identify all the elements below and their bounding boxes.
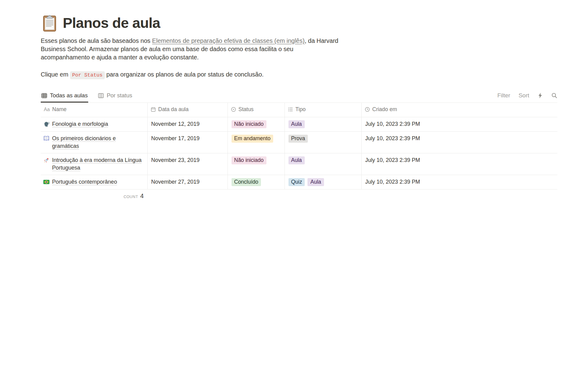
open-book-icon — [43, 135, 50, 142]
page-title[interactable]: Planos de aula — [63, 15, 160, 31]
database-toolbar: Todas as aulas Por status Filter Sort — [41, 90, 557, 103]
page-description: Esses planos de aula são baseados nos El… — [41, 37, 342, 62]
date-cell[interactable]: November 27, 2019 — [147, 175, 228, 189]
column-header-name[interactable]: Aa Name — [41, 103, 147, 117]
hint-text-before: Clique em — [41, 71, 70, 78]
tipo-cell[interactable]: Aula — [285, 117, 361, 131]
tab-label: Por status — [107, 92, 132, 99]
hint-paragraph: Clique em Por Status para organizar os p… — [41, 70, 557, 79]
board-view-icon — [98, 93, 104, 99]
clipboard-icon[interactable] — [41, 14, 58, 32]
status-badge[interactable]: Não iniciado — [232, 156, 266, 164]
column-label: Criado em — [372, 106, 397, 113]
column-header-tipo[interactable]: Tipo — [285, 103, 361, 117]
speaking-head-icon — [43, 121, 50, 127]
search-icon[interactable] — [551, 92, 557, 99]
date-cell[interactable]: November 23, 2019 — [147, 153, 228, 175]
toolbar-controls: Filter Sort — [497, 92, 557, 103]
por-status-code-chip: Por Status — [70, 71, 105, 79]
page-link[interactable]: Introdução à era moderna da Língua Portu… — [52, 156, 144, 172]
count-label: COUNT — [123, 195, 138, 199]
tab-por-status[interactable]: Por status — [97, 90, 133, 103]
status-icon — [231, 107, 236, 112]
clock-icon — [365, 107, 370, 112]
status-cell[interactable]: Não iniciado — [228, 117, 285, 131]
table-row: Português contemporâneo November 27, 201… — [41, 175, 557, 189]
column-header-data-da-aula[interactable]: Data da aula — [147, 103, 228, 117]
table-row: Introdução à era moderna da Língua Portu… — [41, 153, 557, 175]
column-label: Name — [52, 106, 67, 113]
lightning-icon[interactable] — [537, 92, 543, 99]
tipo-cell[interactable]: Aula — [285, 153, 361, 175]
tipo-cell[interactable]: QuizAula — [285, 175, 361, 189]
status-cell[interactable]: Não iniciado — [228, 153, 285, 175]
page-link[interactable]: Os primeiros dicionários e gramáticas — [52, 135, 144, 150]
text-property-icon: Aa — [44, 107, 50, 112]
status-badge[interactable]: Não iniciado — [232, 120, 266, 128]
sort-button[interactable]: Sort — [518, 92, 529, 99]
tab-todas-as-aulas[interactable]: Todas as aulas — [41, 90, 88, 103]
tipo-badge[interactable]: Aula — [288, 120, 305, 128]
count-footer[interactable]: COUNT4 — [41, 189, 147, 200]
notion-page: Planos de aula Esses planos de aula são … — [0, 0, 588, 200]
brazil-flag-icon — [43, 179, 50, 185]
tipo-badge[interactable]: Quiz — [288, 178, 305, 186]
lesson-plans-table: Aa Name Data da aula — [41, 103, 557, 189]
created-cell[interactable]: July 10, 2023 2:39 PM — [361, 175, 557, 189]
page-header: Planos de aula — [41, 14, 557, 32]
rocket-icon — [43, 157, 50, 163]
filter-button[interactable]: Filter — [497, 92, 510, 99]
name-cell[interactable]: Fonologia e morfologia — [41, 117, 147, 131]
page-link[interactable]: Fonologia e morfologia — [52, 120, 108, 128]
created-cell[interactable]: July 10, 2023 2:39 PM — [361, 131, 557, 153]
date-cell[interactable]: November 17, 2019 — [147, 131, 228, 153]
column-header-status[interactable]: Status — [228, 103, 285, 117]
tipo-cell[interactable]: Prova — [285, 131, 361, 153]
tipo-badge[interactable]: Prova — [288, 135, 308, 143]
name-cell[interactable]: Português contemporâneo — [41, 175, 147, 189]
status-cell[interactable]: Em andamento — [228, 131, 285, 153]
name-cell[interactable]: Os primeiros dicionários e gramáticas — [41, 131, 147, 153]
created-cell[interactable]: July 10, 2023 2:39 PM — [361, 153, 557, 175]
list-icon — [288, 107, 293, 112]
table-row: Fonologia e morfologia November 12, 2019… — [41, 117, 557, 131]
view-tabs: Todas as aulas Por status — [41, 90, 142, 103]
status-badge[interactable]: Em andamento — [232, 135, 273, 143]
harvard-doc-link[interactable]: Elementos de preparação efetiva de class… — [152, 37, 305, 44]
page-link[interactable]: Português contemporâneo — [52, 178, 117, 186]
column-label: Status — [239, 106, 254, 113]
tipo-badge[interactable]: Aula — [288, 156, 305, 164]
tipo-badge[interactable]: Aula — [307, 178, 324, 186]
created-cell[interactable]: July 10, 2023 2:39 PM — [361, 117, 557, 131]
calendar-icon — [151, 107, 156, 112]
description-text-before: Esses planos de aula são baseados nos — [41, 37, 152, 44]
status-cell[interactable]: Concluído — [228, 175, 285, 189]
name-cell[interactable]: Introdução à era moderna da Língua Portu… — [41, 153, 147, 175]
table-view-icon — [41, 93, 47, 99]
table-header-row: Aa Name Data da aula — [41, 103, 557, 117]
column-label: Tipo — [296, 106, 306, 113]
date-cell[interactable]: November 12, 2019 — [147, 117, 228, 131]
hint-text-after: para organizar os planos de aula por sta… — [105, 71, 264, 78]
status-badge[interactable]: Concluído — [232, 178, 261, 186]
tab-label: Todas as aulas — [50, 92, 88, 99]
count-value: 4 — [140, 193, 144, 199]
table-row: Os primeiros dicionários e gramáticas No… — [41, 131, 557, 153]
column-header-criado-em[interactable]: Criado em — [361, 103, 557, 117]
column-label: Data da aula — [158, 106, 189, 113]
